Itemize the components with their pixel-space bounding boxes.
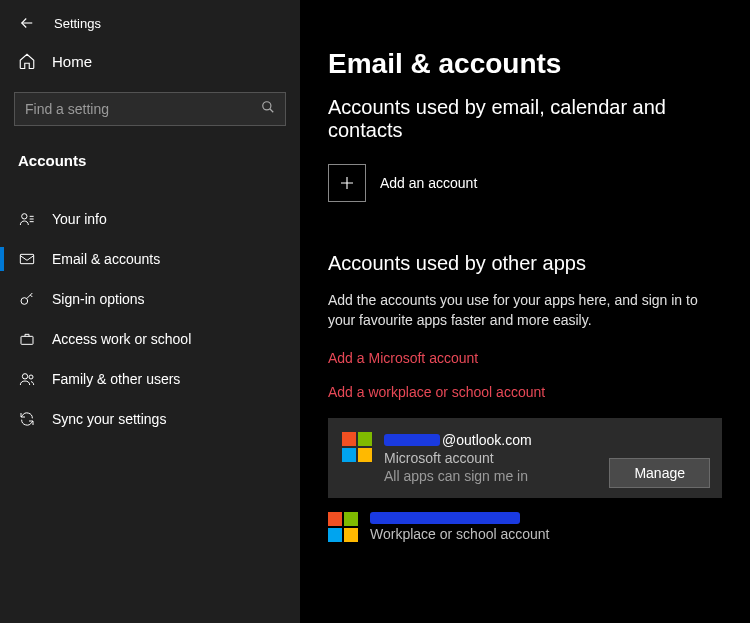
search-icon	[261, 100, 275, 118]
svg-rect-4	[21, 336, 33, 344]
mail-icon	[18, 251, 36, 267]
add-account-label: Add an account	[380, 175, 477, 191]
sidebar-item-label: Your info	[52, 211, 107, 227]
account-email	[370, 512, 722, 524]
sidebar-item-email-accounts[interactable]: Email & accounts	[0, 239, 300, 279]
svg-point-1	[22, 214, 27, 219]
sidebar-item-label: Sign-in options	[52, 291, 145, 307]
microsoft-logo-icon	[328, 512, 358, 544]
sidebar-item-signin-options[interactable]: Sign-in options	[0, 279, 300, 319]
svg-point-3	[21, 298, 28, 305]
home-nav[interactable]: Home	[0, 42, 300, 80]
svg-point-6	[29, 375, 33, 379]
account-type: Workplace or school account	[370, 526, 722, 542]
section-heading-email: Accounts used by email, calendar and con…	[328, 96, 722, 142]
sync-icon	[18, 411, 36, 427]
manage-button[interactable]: Manage	[609, 458, 710, 488]
search-input[interactable]	[25, 101, 261, 117]
svg-point-0	[263, 102, 271, 110]
add-microsoft-account-link[interactable]: Add a Microsoft account	[328, 350, 722, 366]
svg-point-5	[22, 374, 27, 379]
plus-icon	[328, 164, 366, 202]
sidebar-item-label: Email & accounts	[52, 251, 160, 267]
sidebar-item-label: Sync your settings	[52, 411, 166, 427]
sidebar-item-label: Access work or school	[52, 331, 191, 347]
svg-rect-2	[20, 254, 33, 263]
redacted-text	[370, 512, 520, 524]
microsoft-logo-icon	[342, 432, 372, 484]
account-email: @outlook.com	[384, 432, 708, 448]
user-icon	[18, 211, 36, 227]
sidebar-item-work-school[interactable]: Access work or school	[0, 319, 300, 359]
back-icon[interactable]	[18, 14, 36, 32]
section-description: Add the accounts you use for your apps h…	[328, 291, 722, 330]
people-icon	[18, 371, 36, 387]
sidebar-item-your-info[interactable]: Your info	[0, 199, 300, 239]
sidebar-item-label: Family & other users	[52, 371, 180, 387]
search-box[interactable]	[14, 92, 286, 126]
home-icon	[18, 52, 36, 70]
key-icon	[18, 291, 36, 307]
sidebar-item-family-users[interactable]: Family & other users	[0, 359, 300, 399]
add-account-button[interactable]: Add an account	[328, 164, 722, 202]
section-heading-other-apps: Accounts used by other apps	[328, 252, 722, 275]
window-title: Settings	[54, 16, 101, 31]
sidebar-item-sync-settings[interactable]: Sync your settings	[0, 399, 300, 439]
add-workplace-account-link[interactable]: Add a workplace or school account	[328, 384, 722, 400]
sidebar-section-label: Accounts	[0, 140, 300, 181]
account-card-microsoft[interactable]: @outlook.com Microsoft account All apps …	[328, 418, 722, 498]
page-title: Email & accounts	[328, 48, 722, 80]
account-card-workplace[interactable]: Workplace or school account	[328, 506, 722, 550]
home-label: Home	[52, 53, 92, 70]
redacted-text	[384, 434, 440, 446]
briefcase-icon	[18, 331, 36, 347]
